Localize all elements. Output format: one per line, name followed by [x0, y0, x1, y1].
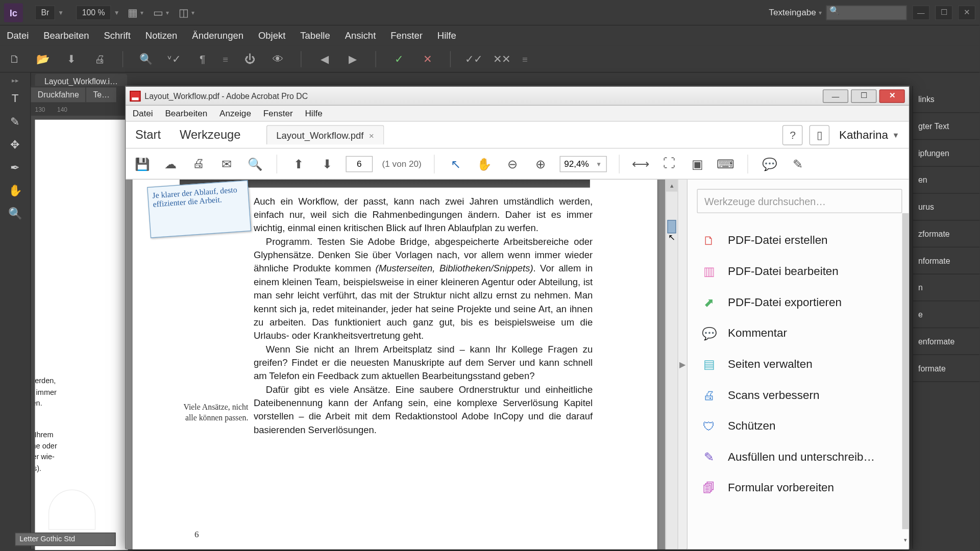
- close-button[interactable]: ✕: [958, 5, 975, 20]
- prev-icon[interactable]: ◀: [316, 51, 333, 67]
- panel-ipfungen[interactable]: ipfungen: [913, 140, 979, 167]
- zoom-field[interactable]: 92,4%▼: [559, 156, 606, 172]
- fit-page-icon[interactable]: ⛶: [659, 154, 678, 173]
- workspace-dropdown[interactable]: Texteingabe▾: [769, 7, 822, 17]
- tool-pdf-datei-exportieren[interactable]: ⬈PDF-Datei exportieren: [697, 287, 902, 318]
- email-icon[interactable]: ✉: [217, 154, 236, 173]
- arrange-icon[interactable]: ◫▾: [178, 5, 197, 21]
- reject-all-icon[interactable]: ✕✕: [494, 51, 510, 67]
- close-tab-icon[interactable]: ×: [369, 130, 374, 140]
- tool-sch-tzen[interactable]: 🛡Schützen: [697, 411, 902, 442]
- note-tool-icon[interactable]: ✎: [6, 114, 24, 130]
- tools-tab[interactable]: Werkzeuge: [180, 128, 241, 142]
- tool-formular-vorbereiten[interactable]: 🗐Formular vorbereiten: [697, 473, 902, 504]
- spellcheck-icon[interactable]: ᵛ✓: [166, 51, 183, 67]
- scroll-up-icon[interactable]: ▴: [666, 180, 677, 192]
- read-mode-icon[interactable]: ⌨: [716, 154, 735, 173]
- font-family-field[interactable]: Letter Gothic Std: [15, 533, 116, 546]
- highlight-icon[interactable]: ✎: [788, 154, 807, 173]
- menu-fenster[interactable]: Fenster: [390, 30, 423, 41]
- fullscreen-icon[interactable]: ▣: [688, 154, 707, 173]
- tool-pdf-datei-erstellen[interactable]: 🗋PDF-Datei erstellen: [697, 226, 902, 257]
- panel-n[interactable]: n: [913, 274, 979, 302]
- scroll-down-icon[interactable]: ▾: [902, 537, 909, 544]
- menu-hilfe[interactable]: Hilfe: [305, 108, 322, 118]
- print-icon[interactable]: 🖨: [189, 154, 208, 173]
- find-icon[interactable]: 🔍: [138, 51, 154, 67]
- menu-schrift[interactable]: Schrift: [104, 30, 131, 41]
- selection-tool-icon[interactable]: ↖: [447, 154, 465, 173]
- menu-anzeige[interactable]: Anzeige: [219, 108, 251, 118]
- print-icon[interactable]: 🖨: [91, 51, 108, 67]
- maximize-button[interactable]: ☐: [851, 89, 876, 103]
- new-icon[interactable]: 🗋: [7, 51, 23, 67]
- panel-urus[interactable]: urus: [913, 194, 979, 221]
- accept-icon[interactable]: ✓: [391, 51, 407, 67]
- user-menu[interactable]: Katharina▼: [839, 128, 899, 141]
- sticky-note[interactable]: Je klarer der Ablauf, desto effizienter …: [147, 180, 251, 238]
- panel-formate[interactable]: formate: [913, 355, 979, 382]
- zoom-out-icon[interactable]: ⊖: [503, 154, 522, 173]
- page-down-icon[interactable]: ⬇: [317, 154, 336, 173]
- close-button[interactable]: ✕: [879, 89, 905, 103]
- panel-nformate[interactable]: nformate: [913, 247, 979, 274]
- panel-enformate[interactable]: enformate: [913, 328, 979, 355]
- reject-icon[interactable]: ✕: [419, 51, 435, 67]
- document-viewport[interactable]: Je klarer der Ablauf, desto effizienter …: [126, 180, 665, 549]
- hand-tool-icon[interactable]: ✋: [6, 182, 24, 198]
- galley-view-tab[interactable]: Druckfahne: [31, 87, 87, 102]
- hand-tool-icon[interactable]: ✋: [475, 154, 494, 173]
- story-view-tab[interactable]: Te…: [86, 87, 117, 102]
- hidden-chars-icon[interactable]: ¶: [194, 51, 211, 67]
- scroll-thumb[interactable]: [667, 220, 676, 233]
- save-icon[interactable]: 💾: [133, 154, 152, 173]
- panel-links[interactable]: links: [913, 86, 979, 113]
- open-icon[interactable]: 📂: [35, 51, 52, 67]
- minimize-button[interactable]: —: [823, 89, 848, 103]
- vertical-scrollbar[interactable]: ▴ ↖: [666, 180, 678, 549]
- menu-ansicht[interactable]: Ansicht: [345, 30, 376, 41]
- menu-aenderungen[interactable]: Änderungen: [192, 30, 243, 41]
- view-options-icon[interactable]: ▦▾: [127, 5, 145, 21]
- tool-pdf-datei-bearbeiten[interactable]: ▥PDF-Datei bearbeiten: [697, 256, 902, 287]
- panel-text[interactable]: gter Text: [913, 113, 979, 140]
- minimize-button[interactable]: —: [912, 5, 929, 20]
- zoom-dropdown[interactable]: 100 %▼: [69, 5, 120, 20]
- eyedropper-tool-icon[interactable]: ✒: [6, 159, 24, 176]
- zoom-tool-icon[interactable]: 🔍: [6, 205, 24, 221]
- fit-width-icon[interactable]: ⟷: [631, 154, 650, 173]
- search-field[interactable]: 🔍: [826, 5, 907, 20]
- screen-mode-icon[interactable]: ▭▾: [152, 5, 171, 21]
- preview-icon[interactable]: 👁: [270, 51, 286, 67]
- menu-notizen[interactable]: Notizen: [145, 30, 178, 41]
- type-tool-icon[interactable]: T: [6, 91, 24, 107]
- bridge-button[interactable]: Br▼: [28, 5, 64, 20]
- mobile-link-icon[interactable]: ▯: [810, 124, 830, 145]
- zoom-in-icon[interactable]: ⊕: [531, 154, 550, 173]
- start-tab[interactable]: Start: [135, 128, 161, 142]
- position-tool-icon[interactable]: ✥: [6, 137, 24, 153]
- panel-e[interactable]: e: [913, 301, 979, 328]
- menu-hilfe[interactable]: Hilfe: [437, 30, 456, 41]
- sidebar-scrollbar[interactable]: ▴ ▾: [902, 213, 909, 544]
- document-tab[interactable]: Layout_Workflow.pdf ×: [266, 125, 384, 144]
- page-up-icon[interactable]: ⬆: [289, 154, 308, 173]
- menu-fenster[interactable]: Fenster: [263, 108, 293, 118]
- menu-bearbeiten[interactable]: Bearbeiten: [165, 108, 207, 118]
- panel-en[interactable]: en: [913, 167, 979, 194]
- menu-datei[interactable]: Datei: [7, 30, 29, 41]
- search-icon[interactable]: 🔍: [246, 154, 264, 173]
- save-icon[interactable]: ⬇: [63, 51, 80, 67]
- maximize-button[interactable]: ☐: [935, 5, 952, 20]
- page-number-field[interactable]: [346, 156, 373, 172]
- tool-ausf-llen-und-unterschreib-[interactable]: ✎Ausfüllen und unterschreib…: [697, 442, 902, 473]
- menu-objekt[interactable]: Objekt: [258, 30, 285, 41]
- menu-datei[interactable]: Datei: [133, 108, 153, 118]
- panel-zformate[interactable]: zformate: [913, 220, 979, 247]
- menu-bearbeiten[interactable]: Bearbeiten: [43, 30, 89, 41]
- tool-scans-verbessern[interactable]: 🖨Scans verbessern: [697, 380, 902, 411]
- document-tab[interactable]: Layout_Workflow.i…: [35, 74, 128, 87]
- tool-seiten-verwalten[interactable]: ▤Seiten verwalten: [697, 349, 902, 380]
- power-icon[interactable]: ⏻: [241, 51, 258, 67]
- scroll-track[interactable]: [902, 213, 909, 529]
